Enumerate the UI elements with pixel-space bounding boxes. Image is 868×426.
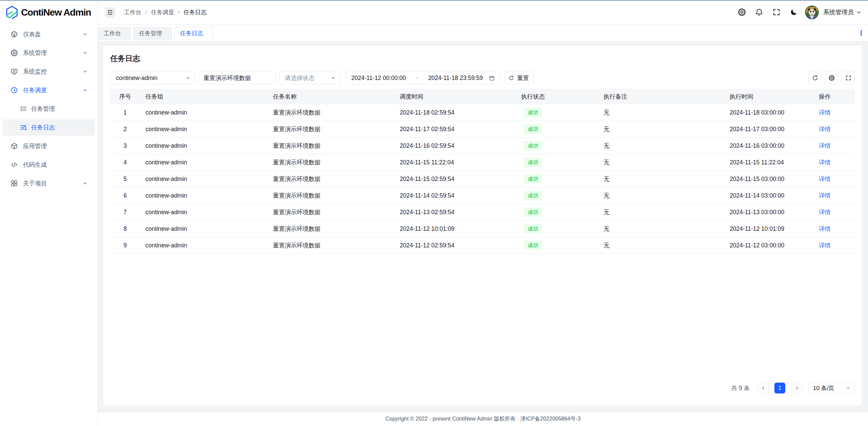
detail-link[interactable]: 详情 — [819, 176, 831, 182]
table-row-7: 7continew-admin重置演示环境数据2024-11-13 02:59:… — [110, 204, 855, 221]
pagination-prev-button-svg — [761, 386, 766, 390]
avatar-svg-circle — [813, 11, 814, 12]
sidebar-item-4[interactable]: 任务管理 — [3, 101, 95, 117]
column-header-0: 序号 — [110, 89, 140, 104]
detail-link[interactable]: 详情 — [819, 242, 831, 249]
cell-exec-time: 2024-11-13 03:00:00 — [724, 204, 813, 221]
status-select[interactable]: 请选择状态 — [279, 72, 341, 84]
code-icon — [11, 161, 18, 168]
sidebar-item-5[interactable]: 任务日志 — [3, 119, 95, 136]
chevron-down-icon-svg — [331, 76, 336, 80]
task-group-select[interactable]: continew-admin — [110, 72, 195, 84]
detail-link[interactable]: 详情 — [819, 159, 831, 166]
cell-exec-time: 2024-11-15 03:00:00 — [724, 171, 813, 187]
chevron-down-icon-svg-path — [332, 77, 335, 79]
date-range-picker[interactable]: 2024-11-12 00:00:00 - 2024-11-18 23:59:5… — [346, 72, 500, 84]
pagination-next-button[interactable] — [791, 383, 802, 393]
fullscreen-icon[interactable] — [772, 8, 781, 16]
tab-more-icon[interactable] — [858, 29, 865, 36]
chevron-down-icon-svg — [185, 76, 190, 80]
column-header-5: 执行备注 — [598, 89, 724, 104]
cell-exec-time: 2024-11-15 11:22:04 — [724, 154, 813, 171]
copyright: Copyright © 2022 - present ContiNew Admi… — [386, 415, 581, 423]
chevron-down-icon — [331, 76, 336, 80]
cell-group: continew-admin — [140, 187, 268, 204]
tab-0[interactable]: 工作台 — [98, 27, 131, 40]
column-header-1: 任务组 — [140, 89, 268, 104]
sidebar-item-8[interactable]: 关于项目 — [3, 175, 95, 191]
pagination: 共 9 条 1 10 条/页 — [110, 383, 855, 393]
table-row-4: 4continew-admin重置演示环境数据2024-11-15 11:22:… — [110, 154, 855, 171]
sidebar-item-2[interactable]: 系统监控 — [3, 63, 95, 80]
page-size-select[interactable]: 10 条/页 — [809, 383, 855, 393]
sidebar-collapse-button[interactable] — [105, 7, 115, 18]
dashboard-icon-svg — [11, 31, 18, 38]
breadcrumb-item-task-schedule[interactable]: 任务调度 — [151, 8, 174, 16]
table-refresh-button[interactable] — [808, 72, 822, 84]
breadcrumb-item-task-log[interactable]: 任务日志 — [183, 8, 206, 16]
detail-link[interactable]: 详情 — [819, 225, 831, 232]
chevron-down-icon-svg-path — [84, 183, 86, 184]
status-select-placeholder: 请选择状态 — [285, 74, 315, 82]
task-name-input[interactable]: 重置演示环境数据 — [198, 72, 276, 84]
pagination-page-1[interactable]: 1 — [774, 383, 785, 393]
table-fullscreen-button-svg — [845, 75, 851, 81]
chevron-down-icon-svg — [83, 181, 87, 186]
sidebar-item-0[interactable]: 仪表盘 — [3, 26, 95, 42]
table-settings-button[interactable] — [825, 72, 838, 84]
breadcrumb-item-workbench[interactable]: 工作台 — [124, 8, 141, 16]
sidebar-item-6[interactable]: 应用管理 — [3, 138, 95, 154]
detail-link[interactable]: 详情 — [819, 142, 831, 149]
logo[interactable]: ContiNew Admin — [0, 0, 98, 25]
sidebar-item-3[interactable]: 任务调度 — [3, 82, 95, 98]
fullscreen-icon-svg-path — [777, 9, 779, 11]
cell-remark: 无 — [598, 138, 724, 154]
sidebar-item-label: 任务管理 — [31, 105, 55, 113]
notification-bell-icon[interactable] — [755, 8, 763, 16]
calendar-icon — [489, 75, 495, 81]
avatar[interactable] — [805, 5, 819, 19]
cell-schedule-time: 2024-11-12 02:59:54 — [394, 237, 516, 254]
settings-icon-svg-path — [738, 9, 745, 16]
detail-link[interactable]: 详情 — [819, 209, 831, 216]
cell-status: 成功 — [516, 187, 598, 204]
pagination-next-button-svg — [795, 386, 799, 390]
sidebar-item-7[interactable]: 代码生成 — [3, 157, 95, 173]
detail-link[interactable]: 详情 — [819, 109, 831, 116]
dark-mode-moon-icon[interactable] — [790, 8, 798, 16]
pagination-prev-button[interactable] — [758, 383, 769, 393]
detail-link[interactable]: 详情 — [819, 192, 831, 199]
cell-name: 重置演示环境数据 — [268, 187, 394, 204]
cell-name: 重置演示环境数据 — [268, 204, 394, 221]
sidebar-item-label: 任务调度 — [23, 86, 47, 94]
reset-button-label: 重置 — [517, 74, 529, 82]
grid-icon — [11, 180, 18, 187]
cell-status: 成功 — [516, 104, 598, 121]
tab-1[interactable]: 任务管理 — [133, 27, 172, 40]
sidebar-item-1[interactable]: 系统管理 — [3, 45, 95, 61]
sidebar-item-label: 仪表盘 — [23, 30, 41, 38]
cell-group: continew-admin — [140, 237, 268, 254]
chevron-down-icon-svg — [83, 50, 87, 55]
username[interactable]: 系统管理员 — [823, 8, 854, 16]
reset-button[interactable]: 重置 — [504, 72, 533, 84]
filter-bar: continew-admin 重置演示环境数据 请选择状态 2024-11-12… — [110, 72, 855, 84]
task-log-card: 任务日志 continew-admin 重置演示环境数据 请选择状态 2024-… — [103, 46, 862, 405]
detail-link[interactable]: 详情 — [819, 126, 831, 133]
sidebar-item-label: 任务日志 — [31, 123, 55, 131]
cell-no: 2 — [110, 121, 140, 138]
table-header-row: 序号任务组任务名称调度时间执行状态执行备注执行时间操作 — [110, 89, 855, 104]
cell-remark: 无 — [598, 104, 724, 121]
settings-icon[interactable] — [738, 8, 746, 16]
cell-schedule-time: 2024-11-18 02:59:54 — [394, 104, 516, 121]
list-search-icon-svg — [20, 124, 27, 131]
table-fullscreen-button[interactable] — [842, 72, 855, 84]
tab-2[interactable]: 任务日志 — [174, 27, 213, 40]
cell-group: continew-admin — [140, 104, 268, 121]
monitor-icon — [11, 68, 18, 75]
cell-remark: 无 — [598, 204, 724, 221]
cell-status: 成功 — [516, 204, 598, 221]
table-body: 1continew-admin重置演示环境数据2024-11-18 02:59:… — [110, 104, 855, 254]
cell-group: continew-admin — [140, 121, 268, 138]
avatar-svg-ellipse — [809, 9, 815, 15]
